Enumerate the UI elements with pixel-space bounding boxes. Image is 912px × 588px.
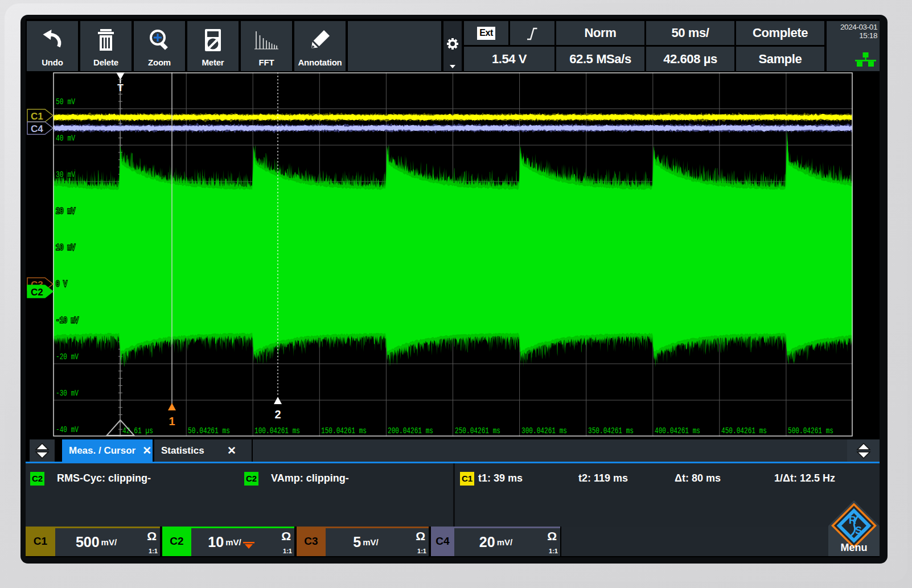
svg-text:-40 mV: -40 mV [56,425,79,434]
svg-text:500.04261 ms: 500.04261 ms [788,426,833,435]
svg-text:T: T [117,82,124,94]
svg-text:20 mV: 20 mV [56,207,75,216]
svg-text:C1: C1 [31,111,43,122]
svg-text:C4: C4 [31,124,43,134]
svg-text:40 mV: 40 mV [56,134,75,143]
svg-text:50.04261 ms: 50.04261 ms [188,426,230,435]
svg-text:1: 1 [169,415,175,427]
svg-text:50 mV: 50 mV [56,97,75,106]
svg-text:-30 mV: -30 mV [56,389,79,398]
svg-text:0 V: 0 V [56,279,67,289]
svg-text:-10 mV: -10 mV [56,316,79,325]
svg-text:450.04261 ms: 450.04261 ms [721,426,767,435]
svg-text:S: S [855,525,862,536]
svg-text:350.04261 ms: 350.04261 ms [588,426,634,435]
svg-text:-20 mV: -20 mV [56,352,79,361]
svg-text:Menu: Menu [841,542,868,553]
svg-text:200.04261 ms: 200.04261 ms [388,426,433,435]
svg-text:10 mV: 10 mV [56,243,75,252]
svg-text:400.04261 ms: 400.04261 ms [655,426,700,435]
svg-text:300.04261 ms: 300.04261 ms [521,426,567,435]
svg-text:C2: C2 [31,287,43,298]
svg-text:100.04261 ms: 100.04261 ms [254,426,300,435]
svg-text:2: 2 [274,408,281,421]
svg-text:250.04261 ms: 250.04261 ms [455,426,500,435]
svg-text:150.04261 ms: 150.04261 ms [321,426,367,435]
svg-text:30 mV: 30 mV [56,170,75,179]
